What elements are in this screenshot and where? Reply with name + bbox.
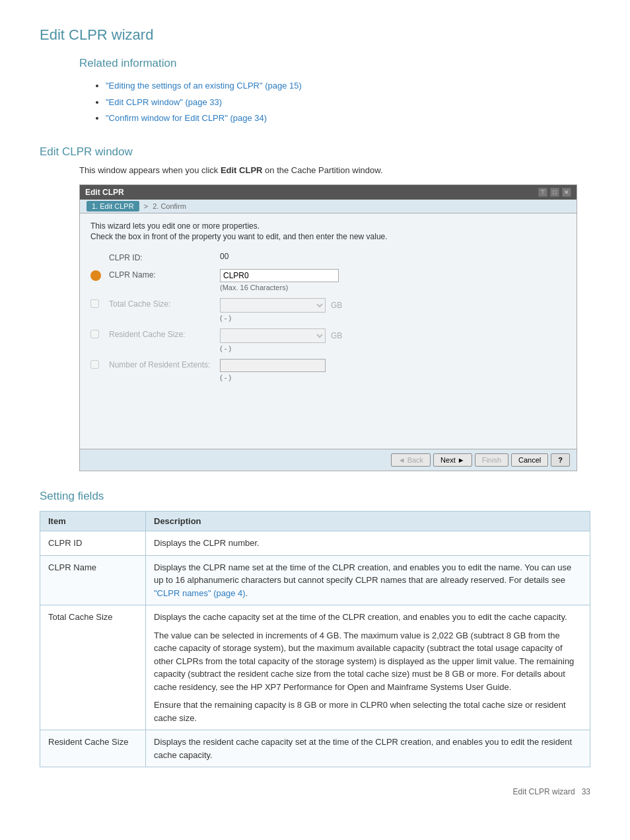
related-link[interactable]: "Edit CLPR window" (page 33) (106, 97, 222, 107)
finish-button[interactable]: Finish (475, 453, 508, 467)
clpr-name-value-cell: (Max. 16 Characters) (220, 269, 566, 291)
edit-clpr-window-section: Edit CLPR window This window appears whe… (40, 145, 590, 471)
page-footer: Edit CLPR wizard 33 (40, 787, 590, 796)
total-cache-unit: GB (331, 301, 342, 310)
clpr-id-row: CLPR ID: 00 (90, 252, 566, 262)
num-resident-label: Number of Resident Extents: (109, 359, 215, 369)
clpr-name-checkbox-cell (90, 269, 104, 283)
help-button[interactable]: ? (551, 453, 570, 467)
total-cache-label: Total Cache Size: (109, 298, 215, 309)
resident-cache-checkbox[interactable] (90, 330, 99, 338)
resident-cache-row: Resident Cache Size: GB ( - ) (90, 328, 566, 352)
total-cache-select[interactable] (220, 298, 326, 313)
resident-cache-label: Resident Cache Size: (109, 328, 215, 339)
edit-clpr-window-heading: Edit CLPR window (40, 145, 590, 159)
clpr-id-value: 00 (220, 252, 566, 261)
clpr-name-input[interactable] (220, 269, 339, 282)
num-resident-hint: ( - ) (220, 373, 566, 381)
footer-page: 33 (582, 787, 590, 796)
related-list-item: "Editing the settings of an existing CLP… (106, 78, 590, 95)
clpr-name-label: CLPR Name: (109, 269, 215, 280)
related-list-item: "Edit CLPR window" (page 33) (106, 95, 590, 111)
clpr-name-row: CLPR Name: (Max. 16 Characters) (90, 269, 566, 291)
related-link[interactable]: "Confirm window for Edit CLPR" (page 34) (106, 113, 267, 123)
total-cache-hint: ( - ) (220, 314, 566, 322)
dialog-steps: 1. Edit CLPR > 2. Confirm (80, 200, 577, 213)
dialog-controls: ⊤ □ ✕ (538, 188, 571, 197)
resident-cache-select[interactable] (220, 328, 326, 343)
total-cache-checkbox[interactable] (90, 299, 99, 308)
dialog-body: This wizard lets you edit one or more pr… (80, 213, 577, 449)
page-title: Edit CLPR wizard (40, 26, 590, 44)
cancel-button[interactable]: Cancel (511, 453, 548, 467)
clpr-id-label: CLPR ID: (109, 252, 215, 262)
table-cell-item: CLPR Name (40, 555, 146, 605)
num-resident-row: Number of Resident Extents: ( - ) (90, 359, 566, 381)
clpr-name-hint: (Max. 16 Characters) (220, 284, 566, 291)
related-list-item: "Confirm window for Edit CLPR" (page 34) (106, 110, 590, 127)
total-cache-checkbox-cell (90, 298, 104, 310)
footer-section: Edit CLPR wizard (513, 787, 575, 796)
total-cache-value-cell: GB ( - ) (220, 298, 566, 322)
table-row: CLPR IDDisplays the CLPR number. (40, 531, 590, 556)
setting-fields-heading: Setting fields (40, 490, 590, 503)
col-item-header: Item (40, 512, 146, 531)
dialog-title: Edit CLPR (85, 188, 124, 197)
pin-icon[interactable]: ⊤ (538, 188, 547, 197)
resident-cache-value-cell: GB ( - ) (220, 328, 566, 352)
table-cell-description: Displays the cache capacity set at the t… (146, 605, 590, 730)
dialog-titlebar: Edit CLPR ⊤ □ ✕ (80, 185, 577, 200)
num-resident-checkbox-cell (90, 359, 104, 371)
num-resident-input[interactable] (220, 359, 326, 372)
table-cell-description: Displays the CLPR number. (146, 531, 590, 556)
clpr-name-icon (90, 270, 101, 281)
window-description: This window appears when you click Edit … (79, 165, 590, 175)
step-arrow: > (144, 202, 148, 210)
col-description-header: Description (146, 512, 590, 531)
clpr-id-checkbox-cell (90, 252, 104, 253)
related-information-section: Related information "Editing the setting… (40, 57, 590, 127)
table-cell-item: Total Cache Size (40, 605, 146, 730)
step-active: 1. Edit CLPR (87, 201, 139, 211)
close-icon[interactable]: ✕ (562, 188, 571, 197)
table-row: Total Cache SizeDisplays the cache capac… (40, 605, 590, 730)
num-resident-value-cell: ( - ) (220, 359, 566, 381)
resident-cache-checkbox-cell (90, 328, 104, 340)
edit-clpr-dialog: Edit CLPR ⊤ □ ✕ 1. Edit CLPR > 2. Confir… (79, 184, 577, 471)
table-row: Resident Cache SizeDisplays the resident… (40, 730, 590, 767)
related-links-list: "Editing the settings of an existing CLP… (106, 78, 590, 127)
step-inactive: 2. Confirm (153, 202, 186, 210)
resident-cache-hint: ( - ) (220, 344, 566, 352)
setting-fields-section: Setting fields Item Description CLPR IDD… (40, 490, 590, 767)
table-cell-description: Displays the resident cache capacity set… (146, 730, 590, 767)
table-cell-item: Resident Cache Size (40, 730, 146, 767)
total-cache-row: Total Cache Size: GB ( - ) (90, 298, 566, 322)
related-info-heading: Related information (79, 57, 590, 70)
num-resident-checkbox[interactable] (90, 360, 99, 369)
table-cell-description: Displays the CLPR name set at the time o… (146, 555, 590, 605)
setting-fields-table: Item Description CLPR IDDisplays the CLP… (40, 511, 590, 767)
next-button[interactable]: Next ► (433, 453, 472, 467)
minimize-icon[interactable]: □ (550, 188, 559, 197)
table-row: CLPR NameDisplays the CLPR name set at t… (40, 555, 590, 605)
description-link[interactable]: "CLPR names" (page 4) (154, 588, 246, 598)
back-button[interactable]: ◄ Back (391, 453, 431, 467)
resident-cache-unit: GB (331, 331, 342, 340)
related-link[interactable]: "Editing the settings of an existing CLP… (106, 81, 302, 91)
dialog-footer: ◄ Back Next ► Finish Cancel ? (80, 449, 577, 471)
table-cell-item: CLPR ID (40, 531, 146, 556)
dialog-intro: This wizard lets you edit one or more pr… (90, 221, 566, 241)
